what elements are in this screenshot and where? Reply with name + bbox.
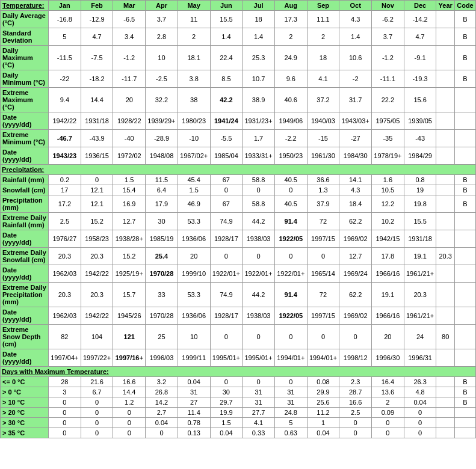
data-cell: 1970/28 [146,265,178,283]
data-cell: 1938/03 [243,307,275,325]
data-cell: 31 [243,397,275,408]
data-cell: 21.6 [81,377,113,387]
data-cell: 25.4 [146,248,178,265]
data-cell: 17.3 [274,11,307,28]
data-cell: 36.6 [307,175,339,185]
data-cell: 1948/08 [146,147,178,165]
data-cell: 32.2 [146,88,178,112]
data-cell: 0 [210,185,243,195]
data-cell: 30 [146,213,178,230]
data-cell: 15.5 [404,213,436,230]
data-cell: -6.5 [113,11,146,28]
data-cell: 1922/01+ [243,265,275,283]
col-header-oct: Oct [339,1,372,11]
data-cell [436,70,455,88]
data-cell: 58.8 [243,175,275,185]
data-cell [436,283,455,307]
data-cell: 1962/03 [49,265,81,283]
data-cell [436,213,455,230]
data-cell: 28 [49,377,81,387]
data-cell: 1975/05 [372,112,404,130]
data-cell: 1940/03 [307,112,339,130]
data-cell: 1969/02 [339,230,372,248]
data-cell: 1922/05 [274,230,307,248]
data-cell: 1.4 [243,28,275,46]
data-cell: 0 [404,418,436,428]
data-cell: -6.2 [372,11,404,28]
data-cell: 2.3 [339,377,372,387]
col-header-jun: Jun [210,1,243,11]
data-cell: -2.5 [146,70,178,88]
data-cell: 2 [178,28,210,46]
data-cell: 0 [81,418,113,428]
data-cell: 1942/22 [81,307,113,325]
data-cell [436,195,455,213]
data-cell: -46.7 [49,130,81,147]
data-cell: 2.8 [146,28,178,46]
data-cell: -5.5 [210,130,243,147]
data-cell: 1922/05 [274,307,307,325]
data-cell: 11.1 [307,11,339,28]
data-cell: 33 [146,283,178,307]
data-cell [436,112,455,130]
data-cell [454,408,475,418]
data-cell: B [454,397,475,408]
row-label: Extreme Maximum (°C) [1,88,49,112]
data-cell: 1978/19+ [372,147,404,165]
data-cell: 30 [210,387,243,397]
data-cell: 58.8 [243,195,275,213]
data-cell: 46.9 [178,195,210,213]
data-cell: 1936/06 [178,230,210,248]
data-cell: 40.5 [274,195,307,213]
data-cell: 1928/17 [210,230,243,248]
data-cell: 1.4 [339,28,372,46]
data-cell: 18.4 [339,195,372,213]
data-cell: 53.3 [178,213,210,230]
col-header-apr: Apr [146,1,178,11]
data-cell [454,112,475,130]
data-cell: 1941/24 [210,112,243,130]
row-label: > 20 °C [1,408,49,418]
data-cell: 2 [274,28,307,46]
data-cell: 0 [307,325,339,349]
data-cell: 1969/24 [339,265,372,283]
data-cell: 67 [210,175,243,185]
data-cell: 1.7 [243,130,275,147]
data-cell: 19.1 [372,283,404,307]
col-header-sep: Sep [307,1,339,11]
data-cell: 0.04 [210,428,243,438]
data-cell [436,387,455,397]
data-cell [436,428,455,438]
data-cell [436,175,455,185]
data-cell: 0 [307,248,339,265]
data-cell [436,397,455,408]
data-cell: 1942/15 [372,230,404,248]
data-cell: 1949/06 [274,112,307,130]
data-cell: 1943/23 [49,147,81,165]
data-cell: 0 [372,418,404,428]
data-cell: 0 [404,428,436,438]
data-cell: 20.3 [81,283,113,307]
data-cell: 1966/16 [372,307,404,325]
data-cell [436,408,455,418]
data-cell: 38 [178,88,210,112]
data-cell: B [454,46,475,70]
data-cell: -15 [307,130,339,147]
data-cell [436,88,455,112]
data-cell: 11.2 [307,408,339,418]
data-cell: -14.2 [404,11,436,28]
data-cell: 0 [243,325,275,349]
data-cell [436,130,455,147]
data-cell [436,377,455,387]
data-cell: 16.9 [113,195,146,213]
data-cell: 1965/14 [307,265,339,283]
data-cell: 1922/01+ [274,265,307,283]
data-cell: 121 [113,325,146,349]
data-cell: 1994/01+ [274,349,307,367]
data-cell: 0 [81,175,113,185]
data-cell: 6.7 [81,387,113,397]
data-cell: 1980/23 [178,112,210,130]
data-cell: 1998/12 [339,349,372,367]
data-cell: 17.8 [372,248,404,265]
data-cell: 1928/22 [113,112,146,130]
